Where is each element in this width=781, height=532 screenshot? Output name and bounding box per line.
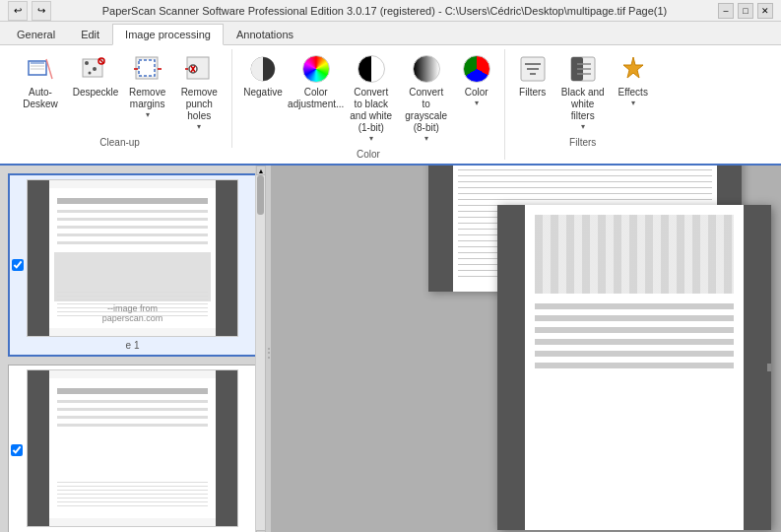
window-title: PaperScan Scanner Software Professional …	[51, 5, 718, 17]
effects-button[interactable]: Effects ▾	[612, 49, 655, 111]
cleanup-group-label: Clean-up	[99, 137, 140, 148]
color-group-label: Color	[357, 149, 380, 160]
despeckle-label: Despeckle	[73, 87, 119, 99]
scroll-up-button[interactable]: ▲	[256, 166, 266, 175]
filters-button[interactable]: Filters	[511, 49, 554, 102]
remove-margins-label: Removemargins	[129, 87, 165, 110]
thumbnail-container: --image from paperscan.com e 1	[0, 166, 265, 532]
thumbnail-2[interactable]	[8, 365, 257, 532]
bw-filters-icon	[567, 53, 599, 85]
thumb-1-checkbox[interactable]	[12, 259, 24, 271]
minimize-button[interactable]: –	[718, 3, 734, 19]
right-panel[interactable]	[271, 166, 781, 532]
tab-annotations[interactable]: Annotations	[224, 23, 306, 44]
cleanup-buttons: Auto-Deskew Despeckle	[14, 49, 226, 135]
ribbon-group-filters: Filters Black andwhite filters ▾	[505, 49, 661, 148]
convert-bw-dropdown: ▾	[369, 134, 373, 143]
thumb-1-image: --image from paperscan.com	[27, 179, 238, 337]
left-panel-scrollbar[interactable]: ▲ ▼	[255, 166, 265, 532]
scroll-thumb[interactable]	[257, 175, 264, 215]
remove-punch-holes-label: Removepunch holes	[177, 87, 221, 122]
auto-deskew-icon	[25, 53, 56, 85]
despeckle-button[interactable]: Despeckle	[69, 49, 122, 102]
ribbon-group-color: Negative Coloradjustment... Convert to b…	[232, 49, 504, 160]
filters-buttons: Filters Black andwhite filters ▾	[511, 49, 655, 135]
thumb-2-image	[27, 369, 238, 527]
svg-rect-12	[139, 60, 155, 76]
color-label: Color	[465, 87, 488, 99]
bw-filters-label: Black andwhite filters	[561, 87, 605, 122]
color-icon	[461, 53, 492, 85]
svg-point-7	[93, 67, 97, 71]
thumb-2-checkbox[interactable]	[11, 444, 23, 456]
color-adjustment-label: Coloradjustment...	[288, 87, 344, 110]
convert-bw-button[interactable]: Convert to blackand white (1-bit) ▾	[345, 49, 398, 147]
negative-icon	[247, 53, 279, 85]
thumb-1-label: e 1	[126, 340, 140, 351]
convert-bw-label: Convert to blackand white (1-bit)	[350, 87, 393, 134]
close-button[interactable]: ✕	[757, 3, 773, 19]
thumbnail-1[interactable]: --image from paperscan.com e 1	[8, 173, 257, 357]
remove-margins-button[interactable]: Removemargins ▾	[124, 49, 170, 123]
svg-marker-30	[623, 57, 643, 78]
svg-point-8	[89, 72, 92, 75]
negative-button[interactable]: Negative	[238, 49, 287, 102]
bw-filters-button[interactable]: Black andwhite filters ▾	[556, 49, 610, 135]
convert-gray-label: Convert tograyscale (8-bit)	[405, 87, 448, 134]
convert-gray-button[interactable]: Convert tograyscale (8-bit) ▾	[400, 49, 453, 147]
ribbon-tabs: General Edit Image processing Annotation…	[0, 22, 781, 45]
left-panel[interactable]: --image from paperscan.com e 1	[0, 166, 266, 532]
color-adjustment-button[interactable]: Coloradjustment...	[290, 49, 343, 114]
maximize-button[interactable]: □	[738, 3, 753, 19]
remove-punch-holes-dropdown: ▾	[197, 122, 201, 131]
color-adjustment-icon	[300, 53, 332, 85]
filters-icon	[517, 53, 549, 85]
title-bar: ↩ ↪ PaperScan Scanner Software Professio…	[0, 0, 781, 22]
svg-line-4	[46, 59, 52, 79]
tab-edit[interactable]: Edit	[68, 23, 112, 44]
color-dropdown: ▾	[475, 99, 479, 107]
convert-gray-icon	[411, 53, 442, 85]
auto-deskew-label: Auto-Deskew	[19, 87, 62, 110]
bw-filters-dropdown: ▾	[581, 122, 585, 131]
remove-margins-dropdown: ▾	[146, 110, 150, 119]
ribbon-group-cleanup: Auto-Deskew Despeckle	[8, 49, 232, 148]
filters-group-label: Filters	[569, 137, 596, 148]
undo-button[interactable]: ↩	[8, 1, 28, 21]
ribbon-toolbar: Auto-Deskew Despeckle	[0, 45, 781, 166]
convert-gray-dropdown: ▾	[424, 134, 428, 143]
auto-deskew-button[interactable]: Auto-Deskew	[14, 49, 67, 114]
redo-button[interactable]: ↪	[32, 1, 51, 21]
svg-point-6	[85, 61, 89, 65]
color-buttons: Negative Coloradjustment... Convert to b…	[238, 49, 497, 147]
convert-bw-icon	[356, 53, 387, 85]
remove-punch-holes-icon	[183, 53, 215, 85]
tab-image-processing[interactable]: Image processing	[112, 24, 224, 45]
tab-general[interactable]: General	[4, 23, 68, 44]
negative-label: Negative	[243, 87, 282, 99]
effects-icon	[618, 53, 649, 85]
toolbar-left: ↩ ↪	[8, 1, 51, 21]
window-controls: – □ ✕	[718, 3, 773, 19]
effects-label: Effects	[618, 87, 648, 99]
remove-punch-holes-button[interactable]: Removepunch holes ▾	[172, 49, 226, 135]
remove-margins-icon	[132, 53, 163, 85]
main-area: --image from paperscan.com e 1	[0, 166, 781, 532]
filters-label: Filters	[519, 87, 546, 99]
effects-dropdown: ▾	[631, 99, 635, 107]
despeckle-icon	[80, 53, 111, 85]
color-button[interactable]: Color ▾	[455, 49, 498, 111]
